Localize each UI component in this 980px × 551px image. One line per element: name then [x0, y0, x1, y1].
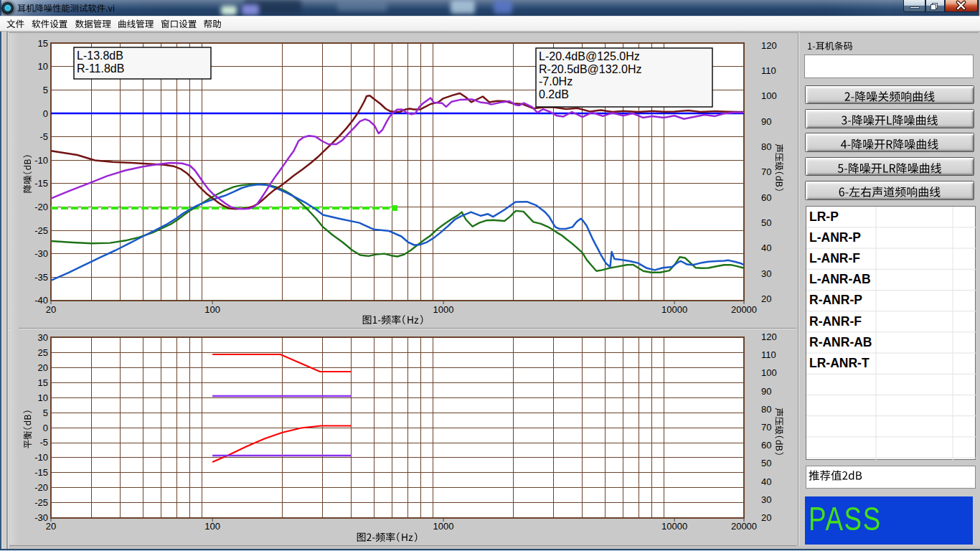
svg-text:120: 120	[761, 40, 777, 51]
svg-text:100: 100	[204, 521, 220, 532]
svg-text:15: 15	[38, 38, 48, 49]
svg-text:5: 5	[43, 85, 48, 95]
svg-text:110: 110	[761, 349, 776, 360]
svg-text:80: 80	[761, 141, 771, 152]
svg-text:110: 110	[761, 65, 776, 76]
svg-text:25: 25	[38, 347, 48, 358]
svg-text:0.2dB: 0.2dB	[539, 88, 569, 100]
svg-text:20: 20	[38, 362, 48, 373]
svg-text:50: 50	[761, 217, 771, 228]
svg-text:100: 100	[761, 367, 777, 378]
svg-text:R-20.5dB@132.0Hz: R-20.5dB@132.0Hz	[539, 63, 641, 75]
svg-text:10: 10	[38, 61, 48, 72]
svg-text:40: 40	[761, 476, 771, 487]
svg-text:-25: -25	[34, 225, 48, 236]
svg-text:40: 40	[761, 242, 771, 253]
svg-text:50: 50	[761, 458, 771, 468]
svg-text:-10: -10	[34, 452, 48, 463]
svg-text:20: 20	[46, 521, 56, 532]
svg-text:90: 90	[761, 386, 771, 397]
svg-text:-5: -5	[39, 437, 48, 448]
svg-text:70: 70	[761, 166, 771, 177]
svg-text:30: 30	[761, 494, 771, 505]
svg-text:-15: -15	[34, 178, 48, 189]
svg-text:L-20.4dB@125.0Hz: L-20.4dB@125.0Hz	[539, 50, 640, 62]
svg-text:5: 5	[43, 408, 48, 418]
svg-text:80: 80	[761, 404, 771, 415]
svg-text:20: 20	[46, 304, 56, 315]
svg-text:60: 60	[761, 440, 771, 451]
svg-text:-35: -35	[34, 272, 48, 283]
svg-text:20000: 20000	[731, 521, 757, 532]
svg-text:30: 30	[761, 268, 771, 279]
svg-text:100: 100	[761, 90, 777, 101]
svg-text:0: 0	[43, 423, 48, 433]
svg-text:0: 0	[43, 108, 48, 119]
svg-text:-5: -5	[39, 131, 48, 142]
svg-text:-7.0Hz: -7.0Hz	[539, 75, 573, 88]
svg-text:1000: 1000	[433, 304, 454, 315]
svg-text:15: 15	[38, 377, 48, 388]
svg-text:20: 20	[761, 512, 771, 523]
svg-text:10000: 10000	[661, 304, 687, 315]
svg-text:-25: -25	[34, 497, 48, 508]
svg-text:-15: -15	[34, 467, 48, 478]
svg-text:10000: 10000	[661, 521, 687, 532]
svg-text:20000: 20000	[731, 304, 757, 315]
svg-text:-30: -30	[34, 248, 48, 259]
svg-text:-10: -10	[34, 155, 48, 166]
svg-text:30: 30	[38, 332, 48, 343]
svg-text:-20: -20	[34, 482, 48, 493]
svg-text:100: 100	[204, 304, 220, 315]
svg-text:120: 120	[761, 331, 777, 342]
svg-text:70: 70	[761, 422, 771, 433]
svg-text:60: 60	[761, 192, 771, 203]
svg-text:1000: 1000	[433, 521, 454, 532]
svg-text:90: 90	[761, 116, 771, 127]
svg-text:20: 20	[761, 293, 771, 304]
svg-text:-20: -20	[34, 202, 48, 212]
svg-text:10: 10	[38, 392, 48, 403]
svg-text:L-13.8dB: L-13.8dB	[77, 50, 123, 62]
svg-text:R-11.8dB: R-11.8dB	[77, 62, 124, 75]
